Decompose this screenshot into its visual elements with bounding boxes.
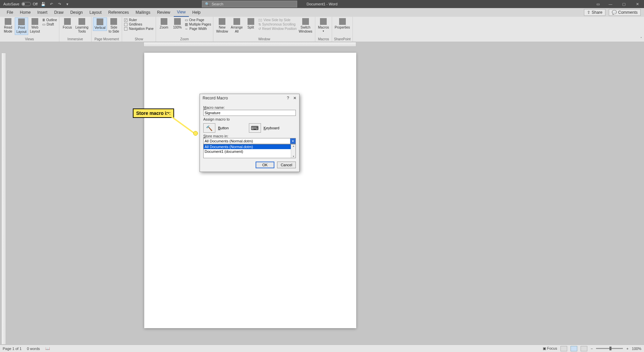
- group-macros: Macros▾ Macros: [315, 17, 332, 42]
- group-label-macros: Macros: [317, 37, 330, 42]
- read-mode-icon: [5, 18, 11, 25]
- new-window-button[interactable]: New Window: [215, 17, 229, 34]
- new-window-icon: [219, 18, 225, 25]
- tab-help[interactable]: Help: [189, 8, 204, 17]
- spell-check-icon[interactable]: 📖: [45, 346, 50, 351]
- autosave-toggle[interactable]: AutoSave Off: [3, 2, 38, 6]
- horizontal-ruler[interactable]: [144, 42, 356, 47]
- zoom-out-button[interactable]: −: [591, 347, 593, 351]
- zoom-slider[interactable]: [596, 348, 623, 349]
- tab-file[interactable]: File: [3, 8, 16, 17]
- group-page-movement: Vertical Side to Side Page Movement: [92, 17, 122, 42]
- focus-mode-button[interactable]: ▣ Focus: [543, 346, 557, 351]
- learning-tools-button[interactable]: Learning Tools: [74, 17, 90, 34]
- zoom-icon: [161, 18, 167, 25]
- tab-draw[interactable]: Draw: [51, 8, 67, 17]
- comments-button[interactable]: 💬 Comments: [609, 9, 641, 16]
- store-macro-listbox[interactable]: All Documents (Normal.dotm) Document1 (d…: [203, 144, 296, 158]
- qat-more-icon[interactable]: ▾: [65, 2, 70, 6]
- share-button[interactable]: ⇪ Share: [584, 9, 605, 16]
- read-mode-button[interactable]: Read Mode: [1, 17, 15, 34]
- page-info[interactable]: Page 1 of 1: [3, 347, 21, 351]
- listbox-item-document1[interactable]: Document1 (document): [204, 149, 296, 154]
- macros-button[interactable]: Macros▾: [317, 17, 330, 34]
- dialog-close-button[interactable]: ✕: [293, 96, 297, 100]
- callout-text: Store macro in:: [136, 111, 171, 116]
- hundred-percent-button[interactable]: 100%: [171, 17, 184, 30]
- word-count[interactable]: 0 words: [27, 347, 40, 351]
- focus-button[interactable]: Focus: [61, 17, 74, 30]
- store-macro-combo[interactable]: All Documents (Normal.dotm) ▾: [203, 138, 296, 144]
- sync-scroll-icon: ⇅: [258, 23, 261, 26]
- assign-keyboard-option[interactable]: ⌨ Keyboard: [249, 123, 279, 133]
- collapse-ribbon-button[interactable]: ˄: [640, 37, 642, 40]
- redo-icon[interactable]: ↷: [57, 2, 62, 6]
- undo-icon[interactable]: ↶: [49, 2, 54, 6]
- document-surface: Store macro in: Record Macro ? ✕ Macro n…: [0, 48, 644, 345]
- macro-name-input[interactable]: [203, 110, 296, 116]
- web-layout-button[interactable]: Web Layout: [28, 17, 42, 34]
- record-macro-dialog: Record Macro ? ✕ Macro name: Assign macr…: [200, 94, 300, 172]
- side-to-side-button[interactable]: Side to Side: [107, 17, 120, 34]
- group-show: ✓Ruler Gridlines Navigation Pane Show: [122, 17, 156, 42]
- draft-button[interactable]: ▭Draft: [42, 23, 57, 26]
- minimize-button[interactable]: —: [604, 0, 617, 8]
- tab-mailings[interactable]: Mailings: [132, 8, 154, 17]
- close-button[interactable]: ✕: [631, 0, 644, 8]
- one-page-button[interactable]: ▭One Page: [185, 18, 211, 22]
- split-icon: [248, 18, 254, 25]
- group-label-immersive: Immersive: [61, 37, 90, 42]
- search-icon: 🔍: [205, 2, 210, 6]
- read-mode-view-button[interactable]: [560, 346, 567, 351]
- ribbon-display-icon[interactable]: ▭: [596, 2, 600, 6]
- listbox-item-all-documents[interactable]: All Documents (Normal.dotm): [204, 144, 296, 149]
- tab-review[interactable]: Review: [154, 8, 173, 17]
- web-layout-icon: [32, 18, 38, 25]
- tab-view[interactable]: View: [174, 8, 189, 17]
- maximize-button[interactable]: ▢: [617, 0, 631, 8]
- search-input[interactable]: 🔍 Search: [202, 1, 297, 7]
- properties-button[interactable]: Properties: [333, 17, 352, 30]
- print-layout-button[interactable]: Print Layout: [15, 17, 28, 35]
- dialog-titlebar[interactable]: Record Macro ? ✕: [200, 94, 299, 102]
- listbox-scrollbar[interactable]: ▴▾: [291, 144, 296, 158]
- gridlines-checkbox[interactable]: Gridlines: [124, 23, 153, 26]
- assign-macro-label: Assign macro to: [203, 117, 296, 121]
- tab-references[interactable]: References: [105, 8, 132, 17]
- macro-name-label: Macro name:: [203, 105, 296, 109]
- group-label-sharepoint: SharePoint: [333, 37, 352, 42]
- tab-layout[interactable]: Layout: [86, 8, 105, 17]
- checkbox-icon: [124, 27, 127, 31]
- multiple-pages-icon: ▥: [185, 23, 188, 26]
- page-width-button[interactable]: ↔Page Width: [185, 27, 211, 31]
- assign-button-label: Button: [218, 126, 229, 130]
- chevron-down-icon: ▾: [290, 138, 296, 144]
- zoom-thumb[interactable]: [609, 347, 611, 350]
- web-layout-view-button[interactable]: [581, 346, 587, 351]
- assign-button-option[interactable]: 🔨 Button: [203, 123, 229, 133]
- tab-home[interactable]: Home: [16, 8, 34, 17]
- arrange-all-button[interactable]: Arrange All: [229, 17, 244, 34]
- learning-tools-icon: [78, 18, 85, 25]
- switch-windows-button[interactable]: Switch Windows: [297, 17, 314, 34]
- save-icon[interactable]: 💾: [41, 2, 46, 6]
- tab-insert[interactable]: Insert: [34, 8, 51, 17]
- outline-button[interactable]: ≣Outline: [42, 18, 57, 22]
- vertical-button[interactable]: Vertical: [93, 17, 107, 31]
- tab-design[interactable]: Design: [67, 8, 86, 17]
- cancel-button[interactable]: Cancel: [277, 162, 296, 168]
- vertical-ruler[interactable]: [1, 53, 6, 345]
- combo-selected-value: All Documents (Normal.dotm): [205, 139, 253, 143]
- zoom-in-button[interactable]: +: [626, 347, 628, 351]
- navigation-pane-checkbox[interactable]: Navigation Pane: [124, 27, 153, 31]
- ok-button[interactable]: OK: [256, 162, 274, 168]
- split-button[interactable]: Split: [244, 17, 258, 30]
- multiple-pages-button[interactable]: ▥Multiple Pages: [185, 23, 211, 26]
- dialog-help-button[interactable]: ?: [287, 96, 289, 100]
- outline-icon: ≣: [42, 18, 45, 22]
- zoom-button[interactable]: Zoom: [157, 17, 171, 30]
- ruler-checkbox[interactable]: ✓Ruler: [124, 18, 153, 22]
- zoom-value[interactable]: 100%: [632, 347, 641, 351]
- print-layout-view-button[interactable]: [571, 346, 577, 351]
- autosave-label: AutoSave: [3, 2, 19, 6]
